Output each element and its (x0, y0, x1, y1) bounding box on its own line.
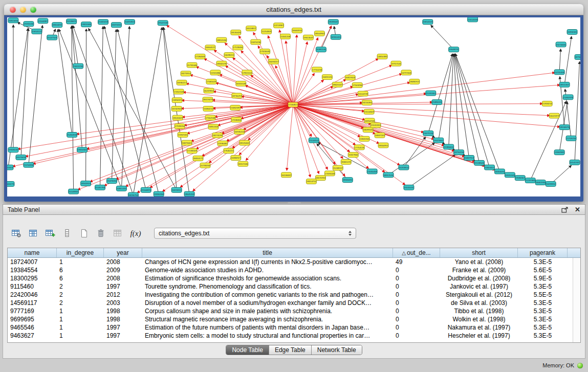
table-row[interactable]: 946554611997Estimation of the future num… (8, 323, 580, 332)
cell-out_de[interactable]: 0 (393, 332, 440, 340)
cell-pagerank[interactable]: 5.3E-5 (518, 282, 568, 291)
graph-node[interactable]: 17128430 (233, 45, 243, 50)
column-header-short[interactable]: short (440, 248, 518, 257)
cell-name[interactable]: 9699695 (8, 315, 57, 323)
graph-node[interactable]: 17284309 (195, 54, 205, 59)
graph-node[interactable]: 18314752 (306, 179, 316, 184)
cell-pagerank[interactable]: 5.6E-5 (518, 266, 568, 274)
cell-title[interactable]: Embryonic stem cells: a model to study s… (142, 332, 393, 340)
graph-node[interactable]: 20861435 (116, 186, 126, 191)
cell-out_de[interactable]: 0 (393, 274, 440, 282)
float-panel-button[interactable] (561, 207, 569, 213)
graph-node[interactable]: 18915307 (559, 82, 570, 87)
graph-node[interactable]: 18105629 (172, 115, 183, 120)
graph-node[interactable]: 18306492 (342, 178, 353, 183)
tab-network-table[interactable]: Network Table (312, 345, 362, 355)
memory-indicator-dot[interactable] (577, 363, 583, 368)
graph-node[interactable]: 17093248 (324, 171, 335, 176)
graph-node[interactable]: 17503284 (352, 82, 362, 87)
close-window-button[interactable] (10, 7, 16, 13)
cell-out_de[interactable]: 0 (393, 282, 440, 291)
cell-year[interactable]: 1998 (104, 315, 142, 323)
graph-node[interactable]: 12213987 (274, 23, 284, 28)
graph-node[interactable]: 18534076 (559, 125, 570, 130)
graph-node[interactable]: 18480913 (409, 79, 420, 84)
graph-node[interactable]: 25260918 (67, 133, 77, 138)
graph-node[interactable]: 15684210 (203, 106, 213, 112)
window-titlebar[interactable]: citations_edges.txt (4, 4, 583, 15)
cell-in_degree[interactable]: 1 (57, 332, 104, 340)
graph-node[interactable]: 16640910 (292, 28, 302, 33)
graph-node[interactable]: 16104728 (358, 91, 368, 96)
graph-node[interactable]: 17815102 (242, 70, 252, 75)
cell-year[interactable]: 2012 (104, 291, 142, 299)
graph-node[interactable]: 20263814 (399, 165, 409, 170)
cell-out_de[interactable]: 0 (393, 307, 440, 315)
graph-node[interactable]: 19547208 (158, 20, 168, 26)
graph-node[interactable]: 16604127 (205, 45, 215, 50)
cell-short[interactable]: Yano et al. (2008) (440, 258, 518, 266)
graph-node[interactable]: 19274630 (556, 42, 566, 47)
cell-title[interactable]: Structural magnetic resonance image aver… (142, 315, 393, 323)
new-column-button[interactable] (43, 227, 57, 240)
graph-node[interactable]: 19478260 (106, 179, 117, 184)
graph-node[interactable]: 20813456 (8, 18, 18, 23)
graph-node[interactable]: 16237851 (204, 88, 214, 93)
graph-node[interactable]: 18450172 (193, 156, 203, 161)
graph-node[interactable]: 16320148 (236, 81, 246, 86)
graph-node[interactable]: 15936482 (217, 141, 228, 146)
graph-node[interactable]: 18654092 (52, 23, 62, 28)
graph-node[interactable]: 16208437 (281, 172, 292, 178)
column-header-in_degree[interactable]: in_degree (57, 248, 104, 257)
column-header-pagerank[interactable]: pagerank (518, 248, 568, 257)
cell-year[interactable]: 1998 (104, 307, 142, 315)
cell-name[interactable]: 9115460 (8, 282, 57, 291)
graph-node[interactable]: 19308245 (8, 147, 18, 152)
graph-node[interactable]: 19265034 (24, 21, 34, 27)
graph-node[interactable]: 17240821 (288, 102, 298, 107)
graph-node[interactable]: 21614058 (468, 17, 478, 22)
cell-pagerank[interactable]: 5.5E-5 (518, 291, 568, 299)
table-row[interactable]: 1938455462009Genome-wide association stu… (8, 266, 580, 274)
graph-node[interactable]: 18375920 (111, 23, 121, 28)
show-columns-button[interactable] (26, 227, 40, 240)
graph-node[interactable]: 18620147 (332, 82, 342, 87)
cell-year[interactable]: 1997 (104, 282, 142, 291)
graph-node[interactable]: 16093257 (269, 59, 279, 64)
cell-pagerank[interactable]: 5.3E-5 (518, 332, 568, 340)
table-selector-dropdown[interactable]: citations_edges.txt (154, 228, 356, 239)
graph-node[interactable]: 18730291 (232, 93, 242, 98)
graph-node[interactable]: 19486205 (432, 100, 442, 105)
cell-in_degree[interactable]: 2 (57, 282, 104, 291)
cell-name[interactable]: 9463627 (8, 332, 57, 340)
tab-edge-table[interactable]: Edge Table (269, 345, 312, 355)
cell-short[interactable]: Stergiakouli et al. (2012) (440, 291, 518, 299)
graph-node[interactable]: 17754126 (354, 145, 364, 150)
cell-in_degree[interactable]: 2 (57, 299, 104, 307)
cell-name[interactable]: 22420046 (8, 291, 57, 299)
graph-node[interactable]: 15341208 (280, 34, 291, 39)
graph-node[interactable]: 18645203 (184, 191, 194, 196)
graph-node[interactable]: 21460928 (563, 95, 573, 100)
graph-node[interactable]: 18273914 (181, 71, 191, 76)
cell-in_degree[interactable]: 6 (57, 274, 104, 282)
graph-node[interactable]: 16327840 (348, 152, 358, 158)
graph-node[interactable]: 20467913 (464, 156, 474, 161)
cell-in_degree[interactable]: 1 (57, 323, 104, 332)
cell-pagerank[interactable]: 5.9E-5 (518, 274, 568, 282)
graph-node[interactable]: 20573418 (16, 155, 26, 160)
cell-out_de[interactable]: 0 (393, 299, 440, 307)
graph-node[interactable]: 21095362 (426, 91, 436, 96)
graph-node[interactable]: 15248137 (333, 165, 343, 170)
delete-rows-button[interactable] (94, 227, 107, 240)
column-header-out_de[interactable]: △out_de... (393, 248, 440, 257)
cell-title[interactable]: Changes of HCN gene expression and I(f) … (142, 258, 393, 266)
graph-node[interactable]: 17598234 (175, 124, 185, 129)
graph-node[interactable]: 16524817 (246, 26, 256, 31)
cell-year[interactable]: 2003 (104, 299, 142, 307)
cell-pagerank[interactable]: 5.3E-5 (518, 323, 568, 332)
graph-node[interactable]: 18730456 (575, 55, 580, 60)
graph-node[interactable]: 14850383 (377, 54, 387, 59)
graph-node[interactable]: 15654120 (32, 29, 42, 34)
cell-short[interactable]: de Silva et al. (2003) (440, 299, 518, 307)
